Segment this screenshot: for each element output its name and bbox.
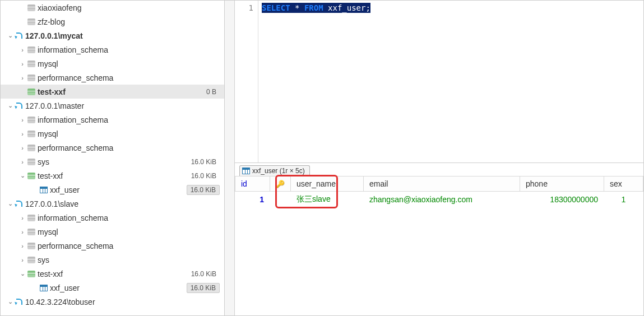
sql-token: *	[295, 3, 299, 12]
cell-id[interactable]: 1	[235, 192, 270, 208]
result-area: xxf_user (1r × 5c) id 🔑 user_name email …	[235, 163, 643, 315]
tree-item-label: performance_schema	[36, 143, 113, 152]
database-icon	[26, 61, 36, 67]
tree-item[interactable]: xxf_user16.0 KiB	[1, 281, 224, 295]
tree-item-label: performance_schema	[36, 73, 113, 82]
tree-item[interactable]: ⌄test-xxf16.0 KiB	[1, 169, 224, 183]
tree-item-label: sys	[36, 255, 49, 264]
tree-item[interactable]: ›mysql	[1, 127, 224, 141]
tree-item-label: information_schema	[36, 45, 108, 54]
tree-item[interactable]: ⌄test-xxf16.0 KiB	[1, 267, 224, 281]
sql-keyword: FROM	[304, 3, 323, 12]
tree-item-size: 0 B	[203, 87, 220, 96]
database-icon	[26, 257, 36, 263]
chevron-right-icon[interactable]: ›	[18, 257, 26, 263]
tree-item[interactable]: ›performance_schema	[1, 239, 224, 253]
splitter[interactable]	[225, 1, 235, 315]
database-icon	[26, 117, 36, 123]
cell-username[interactable]: 张三slave	[291, 192, 364, 208]
cell-phone[interactable]: 18300000000	[520, 192, 604, 208]
chevron-right-icon[interactable]: ›	[18, 61, 26, 67]
tree-item[interactable]: ›performance_schema	[1, 71, 224, 85]
tree-item[interactable]: xxf_user16.0 KiB	[1, 183, 224, 197]
chevron-right-icon[interactable]: ›	[18, 131, 26, 137]
tree-item[interactable]: ›performance_schema	[1, 141, 224, 155]
database-active-icon	[26, 173, 36, 179]
tree-item[interactable]: ›mysql	[1, 225, 224, 239]
database-icon	[26, 18, 36, 25]
col-header-id[interactable]: id	[235, 176, 270, 192]
chevron-right-icon[interactable]: ›	[18, 75, 26, 81]
database-icon	[26, 145, 36, 151]
tree-item-label: xxf_user	[49, 284, 80, 292]
chevron-right-icon[interactable]: ›	[18, 117, 26, 123]
chevron-down-icon[interactable]: ⌄	[6, 200, 14, 207]
tree-item[interactable]: ›information_schema	[1, 43, 224, 57]
chevron-right-icon[interactable]: ›	[18, 159, 26, 165]
sql-token: xxf_user;	[328, 3, 370, 12]
tree-item[interactable]: ›mysql	[1, 57, 224, 71]
connection-icon	[14, 298, 24, 306]
table-header-row: id 🔑 user_name email phone sex	[235, 176, 643, 192]
chevron-down-icon[interactable]: ⌄	[18, 270, 26, 277]
tree-item-size: 16.0 KiB	[188, 157, 220, 166]
database-icon	[26, 215, 36, 221]
database-tree[interactable]: xiaoxiaofengzfz-blog⌄127.0.0.1\mycat›inf…	[1, 1, 225, 315]
tree-item[interactable]: zfz-blog	[1, 15, 224, 29]
chevron-down-icon[interactable]: ⌄	[18, 172, 26, 179]
tree-item-size: 16.0 KiB	[187, 185, 220, 195]
table-icon	[242, 168, 250, 174]
sql-keyword: SELECT	[262, 3, 290, 12]
tree-item[interactable]: ›information_schema	[1, 211, 224, 225]
sql-editor[interactable]: 1 SELECT * FROM xxf_user;	[235, 1, 643, 163]
key-icon: 🔑	[276, 180, 285, 188]
tree-item[interactable]: ⌄127.0.0.1\master	[1, 99, 224, 113]
editor-content[interactable]: SELECT * FROM xxf_user;	[258, 1, 643, 162]
chevron-down-icon[interactable]: ⌄	[6, 102, 14, 109]
tree-item[interactable]: ⌄127.0.0.1\slave	[1, 197, 224, 211]
tree-item[interactable]: ›information_schema	[1, 113, 224, 127]
chevron-right-icon[interactable]: ›	[18, 215, 26, 221]
tree-item[interactable]: ›sys	[1, 253, 224, 267]
col-header-username[interactable]: user_name	[291, 176, 364, 192]
tree-item[interactable]: ⌄127.0.0.1\mycat	[1, 29, 224, 43]
tree-item[interactable]: ⌄10.42.3.224\tobuser	[1, 295, 224, 309]
database-active-icon	[26, 89, 36, 95]
result-grid[interactable]: id 🔑 user_name email phone sex 1 张三slave…	[235, 176, 643, 208]
tree-item-label: test-xxf	[36, 171, 63, 180]
chevron-right-icon[interactable]: ›	[18, 229, 26, 235]
tree-item-label: xxf_user	[49, 185, 80, 194]
tree-item-label: xiaoxiaofeng	[36, 3, 82, 12]
cell-email[interactable]: zhangsan@xiaoxiaofeng.com	[364, 192, 520, 208]
database-icon	[26, 243, 36, 249]
tree-item-label: sys	[36, 157, 49, 166]
chevron-right-icon[interactable]: ›	[18, 243, 26, 249]
col-header-sex[interactable]: sex	[604, 176, 643, 192]
result-tab[interactable]: xxf_user (1r × 5c)	[239, 165, 310, 176]
tree-item-label: performance_schema	[36, 241, 113, 250]
editor-line-gutter: 1	[235, 1, 258, 162]
tree-item-label: information_schema	[36, 115, 108, 124]
database-icon	[26, 229, 36, 235]
tree-item[interactable]: xiaoxiaofeng	[1, 1, 224, 15]
col-header-email[interactable]: email	[364, 176, 520, 192]
line-number: 1	[235, 2, 253, 13]
chevron-down-icon[interactable]: ⌄	[6, 32, 14, 39]
col-header-key[interactable]: 🔑	[270, 176, 291, 192]
table-row[interactable]: 1 张三slave zhangsan@xiaoxiaofeng.com 1830…	[235, 192, 643, 208]
table-icon	[39, 187, 49, 193]
col-header-phone[interactable]: phone	[520, 176, 604, 192]
chevron-right-icon[interactable]: ›	[18, 47, 26, 53]
database-icon	[26, 47, 36, 53]
chevron-right-icon[interactable]: ›	[18, 145, 26, 151]
tree-item[interactable]: ›sys16.0 KiB	[1, 155, 224, 169]
result-tab-label: xxf_user (1r × 5c)	[252, 167, 305, 175]
chevron-down-icon[interactable]: ⌄	[6, 298, 14, 305]
database-icon	[26, 159, 36, 165]
database-icon	[26, 4, 36, 11]
connection-icon	[14, 32, 24, 40]
cell-sex[interactable]: 1	[604, 192, 643, 208]
tree-item[interactable]: test-xxf0 B	[1, 85, 224, 99]
table-icon	[39, 285, 49, 291]
database-icon	[26, 75, 36, 81]
